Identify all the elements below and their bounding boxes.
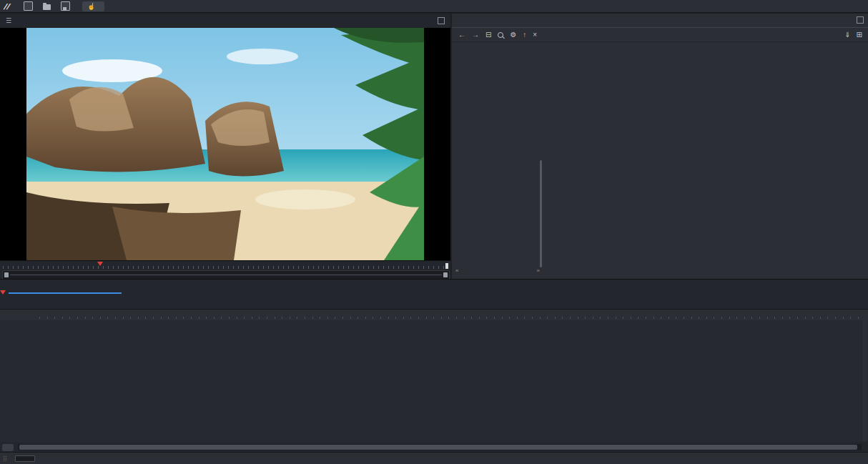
preview-fullscreen-icon[interactable]	[438, 17, 445, 24]
media-pool: ← → ⊟ ⚙ ↑ × ⇓ ⊞ « »	[452, 14, 868, 279]
scrubber-end-marker[interactable]	[445, 263, 448, 269]
preview-panel: ☰	[0, 14, 450, 279]
statusbar-grip: ⣿	[3, 455, 6, 462]
preview-video-frame	[26, 28, 424, 260]
search-icon[interactable]	[498, 32, 503, 38]
scrubber-ticks	[3, 266, 448, 269]
options-gear-icon[interactable]: ⚙	[510, 31, 516, 39]
timeline-ruler[interactable]	[0, 309, 868, 321]
grid-view-icon[interactable]: ⊞	[857, 31, 862, 39]
scrubber-playhead[interactable]	[97, 262, 103, 266]
clear-icon[interactable]: ×	[533, 31, 537, 39]
open-project-icon[interactable]	[43, 4, 51, 10]
timeline-hscrollbar[interactable]	[18, 444, 862, 450]
import-files-icon[interactable]: ⇓	[844, 31, 850, 39]
tracks-area	[0, 320, 868, 442]
project-tab-row	[0, 290, 868, 302]
preview-menu-icon[interactable]: ☰	[6, 17, 11, 24]
range-line	[10, 275, 442, 275]
timeline-hscroll-row	[0, 443, 868, 452]
save-project-icon[interactable]	[61, 1, 70, 11]
tree-nav: « »	[452, 267, 543, 276]
hscroll-thumb[interactable]	[19, 445, 857, 450]
preview-titlebar: ☰	[0, 14, 450, 28]
media-tree	[452, 41, 543, 269]
range-start-handle[interactable]	[4, 272, 9, 277]
add-track-button[interactable]	[2, 444, 14, 451]
preview-scrubber[interactable]	[0, 260, 450, 270]
timeline-panel	[0, 290, 868, 452]
range-end-handle[interactable]	[443, 272, 448, 277]
magix-logo: //	[4, 2, 11, 11]
feedback-button[interactable]: ☝	[82, 1, 104, 11]
media-pool-tabs	[452, 14, 868, 28]
tree-scroll-left-icon[interactable]: «	[455, 267, 458, 276]
folder-up-icon[interactable]: ↑	[523, 31, 526, 39]
new-project-icon[interactable]	[24, 1, 33, 11]
tree-scroll-right-icon[interactable]: »	[537, 267, 540, 276]
pool-detach-icon[interactable]	[857, 16, 864, 24]
cpu-meter	[15, 455, 35, 462]
file-grid	[549, 44, 868, 269]
forward-icon[interactable]: →	[472, 31, 479, 39]
menubar: // ☝	[0, 0, 868, 13]
playhead-marker[interactable]	[0, 290, 6, 295]
tree-scrollbar[interactable]	[540, 160, 542, 267]
project-tab[interactable]	[9, 291, 122, 294]
statusbar: ⣿	[0, 452, 868, 464]
video-canvas	[0, 28, 450, 260]
tree-view-icon[interactable]: ⊟	[485, 31, 491, 39]
timeline-vertical-scrollbar[interactable]	[862, 320, 867, 442]
back-icon[interactable]: ←	[458, 31, 465, 39]
thumbs-up-icon: ☝	[87, 3, 95, 10]
media-pool-toolbar: ← → ⊟ ⚙ ↑ × ⇓ ⊞	[452, 28, 868, 42]
timeline-toolbar	[0, 279, 868, 290]
ruler-minor-ticks	[39, 317, 862, 319]
